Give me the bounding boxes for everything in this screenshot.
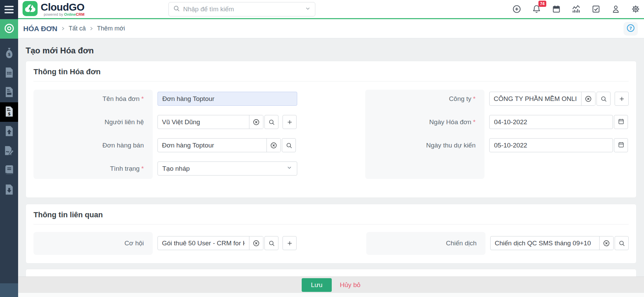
user-icon[interactable] <box>611 4 620 14</box>
book-icon <box>4 165 14 177</box>
notification-badge: 74 <box>538 1 546 7</box>
spreadsheet-file-icon <box>5 67 14 79</box>
file-upload-icon <box>5 126 14 138</box>
related-info-card: Thông tin liên quan Cơ hội <box>26 204 636 263</box>
brand-logo[interactable]: CloudGO powered by OnlineCRM <box>18 1 168 17</box>
sidebar-item-contract[interactable] <box>0 141 18 161</box>
field-label: Người liên hệ <box>105 118 144 126</box>
money-bag-icon: $ <box>4 47 14 60</box>
clear-circle-icon[interactable] <box>249 115 263 129</box>
app-window: $ $ <box>0 0 644 297</box>
chevron-right-icon <box>61 26 65 31</box>
hamburger-menu-button[interactable] <box>0 0 18 19</box>
label-panel: Công ty* Ngày Hóa đơn* Ngày thu dự kiến <box>365 90 484 179</box>
required-asterisk: * <box>141 95 144 103</box>
cloudgo-logo-icon <box>23 1 38 17</box>
field-label: Tên hóa đơn <box>102 95 140 103</box>
required-asterisk: * <box>473 118 476 126</box>
breadcrumb-module[interactable]: HÓA ĐƠN <box>23 25 57 33</box>
clear-circle-icon[interactable] <box>581 92 595 105</box>
company-lookup-field <box>489 92 595 106</box>
field-label: Đơn hàng bán <box>102 142 144 149</box>
lookup-search-button[interactable] <box>597 92 611 106</box>
lookup-search-button[interactable] <box>264 236 278 250</box>
calendar-icon <box>618 118 625 126</box>
sales-order-input[interactable] <box>158 139 266 152</box>
next-section-strip <box>26 269 636 276</box>
bell-icon[interactable]: 74 <box>532 4 541 14</box>
help-icon: ? <box>626 24 635 34</box>
global-search[interactable] <box>168 2 315 16</box>
clear-circle-icon[interactable] <box>599 236 613 250</box>
date-picker-button[interactable] <box>614 115 628 129</box>
calendar-icon[interactable] <box>552 4 561 14</box>
sidebar-item-invoice-active[interactable]: $ <box>0 102 18 122</box>
add-circle-icon[interactable] <box>512 4 521 14</box>
section-title: Thông tin liên quan <box>33 210 629 219</box>
add-new-button[interactable] <box>283 115 297 129</box>
action-bar: Lưu Hủy bỏ <box>18 276 644 293</box>
content-area: Tạo mới Hóa đơn Thông tin Hóa đơn Tên hó… <box>18 38 644 276</box>
cancel-button[interactable]: Hủy bỏ <box>340 281 360 289</box>
field-label: Tình trạng <box>110 165 140 172</box>
svg-text:$: $ <box>8 112 10 116</box>
svg-text:$: $ <box>8 52 10 56</box>
search-input[interactable] <box>183 5 302 13</box>
contact-input[interactable] <box>158 115 249 129</box>
breadcrumb: HÓA ĐƠN Tất cả Thêm mới ? <box>18 19 644 38</box>
section-title: Thông tin Hóa đơn <box>33 67 629 76</box>
sidebar-item-import[interactable] <box>0 122 18 141</box>
required-asterisk: * <box>141 165 144 172</box>
sidebar-item-book[interactable] <box>0 161 18 180</box>
gear-icon[interactable] <box>631 4 640 14</box>
field-label: Ngày Hóa đơn <box>429 118 471 126</box>
invoice-info-card: Thông tin Hóa đơn Tên hóa đơn* Người liê… <box>26 61 636 198</box>
file-download-icon <box>5 184 14 196</box>
campaign-input[interactable] <box>491 236 599 250</box>
opportunity-input[interactable] <box>158 236 249 250</box>
sidebar-nav: $ $ <box>0 39 18 200</box>
help-button[interactable]: ? <box>624 22 638 36</box>
date-picker-button[interactable] <box>614 138 628 152</box>
form-column-left: Tên hóa đơn* Người liên hệ Đơn hàng bán … <box>33 90 297 179</box>
company-input[interactable] <box>490 92 581 105</box>
add-new-button[interactable] <box>615 92 629 106</box>
breadcrumb-item-new[interactable]: Thêm mới <box>97 25 125 32</box>
clear-circle-icon[interactable] <box>266 139 280 152</box>
sidebar-module-indicator[interactable] <box>0 19 18 39</box>
label-panel: Tên hóa đơn* Người liên hệ Đơn hàng bán … <box>33 90 153 179</box>
opportunity-lookup-field <box>157 236 263 250</box>
breadcrumb-item-all[interactable]: Tất cả <box>69 25 86 32</box>
section-divider <box>33 224 629 224</box>
task-checkbox-icon[interactable] <box>591 4 601 14</box>
page-title: Tạo mới Hóa đơn <box>26 46 636 55</box>
sidebar-item-export[interactable] <box>0 180 18 200</box>
receipt-file-icon <box>5 87 14 99</box>
sales-order-lookup-field <box>157 138 281 152</box>
sidebar-item-money[interactable]: $ <box>0 44 18 63</box>
form-column-right: Chiến dịch <box>366 232 629 255</box>
clear-circle-icon[interactable] <box>249 236 263 250</box>
lookup-search-button[interactable] <box>282 138 296 152</box>
lookup-search-button[interactable] <box>615 236 629 250</box>
invoice-date-input[interactable] <box>489 115 613 129</box>
campaign-lookup-field <box>490 236 614 250</box>
lookup-search-button[interactable] <box>264 115 278 129</box>
target-module-icon <box>3 23 15 36</box>
brand-name: CloudGO <box>41 2 84 12</box>
expected-date-input[interactable] <box>489 138 613 152</box>
invoice-name-input[interactable] <box>157 92 297 106</box>
svg-text:?: ? <box>629 26 632 31</box>
save-button[interactable]: Lưu <box>302 278 332 292</box>
field-label: Công ty <box>449 95 471 103</box>
add-new-button[interactable] <box>283 236 297 250</box>
sidebar-item-quote[interactable] <box>0 63 18 83</box>
chevron-down-icon[interactable] <box>305 5 311 13</box>
label-panel: Chiến dịch <box>366 232 485 255</box>
sidebar: $ $ <box>0 0 18 297</box>
sidebar-footer <box>0 283 18 297</box>
sidebar-item-order[interactable] <box>0 83 18 102</box>
status-select[interactable]: Tạo nháp <box>157 162 297 176</box>
activity-chart-icon[interactable] <box>572 4 581 14</box>
top-bar: CloudGO powered by OnlineCRM <box>18 0 644 19</box>
